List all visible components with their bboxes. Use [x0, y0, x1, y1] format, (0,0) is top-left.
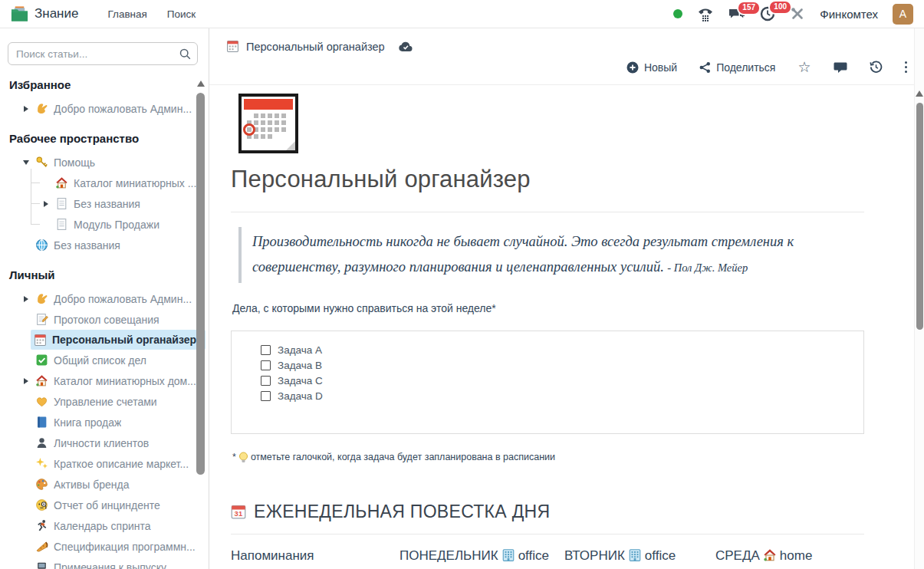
divider [231, 534, 864, 534]
breadcrumb: Персональный органайзер [209, 28, 924, 53]
wave-icon [35, 292, 48, 305]
heart-icon [35, 395, 48, 408]
office-building-icon [501, 548, 515, 562]
nav-home[interactable]: Главная [107, 8, 146, 20]
caret-right-icon[interactable] [24, 378, 28, 384]
comments-button[interactable] [834, 61, 847, 74]
sidebar-item-marketing-brief[interactable]: Краткое описание маркет... [8, 453, 209, 474]
sidebar-item-incident-report[interactable]: Отчет об инцинденте [8, 495, 209, 515]
sidebar-item-sales-book[interactable]: Книга продаж [8, 412, 209, 433]
caret-right-icon[interactable] [24, 106, 28, 112]
app-logo-icon[interactable] [11, 5, 28, 22]
sidebar-item-welcome-fav[interactable]: Добро пожаловать Админ... [8, 98, 209, 119]
person-icon [35, 436, 48, 449]
sidebar-item-brand-assets[interactable]: Активы бренда [8, 474, 209, 495]
agenda-columns: Напоминания Напоминание 1 Напоминание 2 … [231, 546, 864, 569]
breadcrumb-title: Персональный органайзер [246, 41, 385, 53]
plus-circle-icon [626, 61, 639, 74]
nav-search[interactable]: Поиск [167, 8, 196, 20]
task-row: Задача C [261, 373, 848, 389]
cloud-saved-icon [398, 41, 413, 52]
task-checkbox[interactable] [261, 360, 271, 370]
sidebar-item-untitled-globe[interactable]: Без названия [8, 235, 209, 255]
sidebar-item-client-personas[interactable]: Личности клиентов [8, 433, 209, 453]
tools-icon[interactable] [790, 6, 805, 21]
page-cover-calendar-image [238, 94, 298, 153]
sidebar-item-personal-organizer[interactable]: Персональный органайзер [31, 330, 206, 350]
sidebar-item-help[interactable]: Помощь [8, 152, 209, 173]
more-options-button[interactable] [905, 61, 908, 74]
page-toolbar: Новый Поделиться ☆ [209, 53, 924, 85]
scroll-up-arrow[interactable] [916, 90, 923, 97]
messages-icon[interactable]: 157 [728, 7, 745, 21]
palette-icon [35, 478, 48, 491]
star-icon: ☆ [797, 60, 811, 74]
search-box [8, 42, 198, 65]
task-checkbox[interactable] [261, 345, 271, 355]
sidebar-item-welcome-personal[interactable]: Добро пожаловать Админ... [8, 288, 209, 309]
new-button[interactable]: Новый [626, 61, 677, 74]
task-row: Задача B [261, 358, 848, 373]
pie-icon [35, 540, 48, 553]
top-navigation: Главная Поиск [107, 8, 196, 20]
sidebar-item-software-spec[interactable]: Спецификация программн... [8, 536, 209, 557]
scroll-up-arrow[interactable] [197, 81, 205, 87]
agenda-col-wednesday: СРЕДАhome ТОП-3 приоритета Приоритет A [715, 546, 863, 569]
sidebar-item-meeting-minutes[interactable]: Протокол совещания [8, 309, 209, 330]
calendar-icon [226, 40, 239, 53]
search-input[interactable] [8, 42, 198, 65]
caret-down-icon[interactable] [23, 160, 29, 165]
scrollbar-thumb[interactable] [916, 103, 923, 330]
book-icon [35, 416, 48, 429]
org-name[interactable]: Финкомтех [820, 8, 878, 21]
main-scrollbar[interactable] [914, 28, 924, 569]
lightbulb-icon [238, 452, 248, 463]
main-content: Персональный органайзер Новый Поделиться… [209, 28, 924, 569]
sidebar-item-release-notes[interactable]: Примечания к выпуску [8, 557, 209, 569]
quote-block: Производительность никогда не бывает слу… [238, 227, 864, 283]
avatar[interactable]: A [893, 4, 913, 25]
sidebar-item-catalog-homes[interactable]: Каталог миниатюрных дом... [8, 370, 209, 391]
sidebar-item-todo-list[interactable]: Общий список дел [8, 350, 209, 370]
sidebar-item-sprint-calendar[interactable]: Календарь спринта [8, 515, 209, 536]
wave-icon [35, 102, 48, 115]
favorite-star-button[interactable]: ☆ [797, 60, 811, 74]
globe-icon [35, 238, 48, 252]
scrollbar-thumb[interactable] [196, 93, 205, 475]
day-heading: СРЕДАhome [715, 546, 863, 566]
search-icon[interactable] [179, 48, 191, 60]
task-checkbox[interactable] [261, 376, 271, 386]
memo-icon [35, 313, 48, 326]
calendar-31-icon: 31 [231, 504, 246, 519]
document-icon [55, 218, 68, 231]
share-icon [699, 61, 711, 74]
sparkles-icon [35, 457, 48, 470]
notifications-icon[interactable]: 100 [760, 6, 775, 21]
reminders-title: Напоминания [231, 546, 388, 566]
sidebar-scrollbar[interactable] [196, 81, 205, 475]
divider [231, 212, 864, 212]
house-icon [763, 548, 777, 562]
sidebar-item-catalog[interactable]: Каталог миниатюрных ... [31, 173, 209, 193]
share-button[interactable]: Поделиться [699, 61, 775, 74]
agenda-col-tuesday: ВТОРНИКoffice ТОП-3 приоритета Приоритет… [564, 546, 704, 569]
history-button[interactable] [870, 61, 883, 74]
app-name: Знание [35, 6, 78, 21]
sidebar-item-sales-module[interactable]: Модуль Продажи [31, 214, 209, 235]
agenda-section-heading: 31 ЕЖЕНЕДЕЛЬНАЯ ПОВЕСТКА ДНЯ [231, 502, 864, 522]
sidebar-item-account-management[interactable]: Управление счетами [8, 391, 209, 412]
caret-right-icon[interactable] [44, 201, 48, 207]
topbar: Знание Главная Поиск 157 100 Финкомтех A [0, 0, 924, 28]
phone-icon[interactable] [697, 7, 714, 21]
quote-attribution: - Пол Дж. Мейер [667, 261, 748, 274]
office-building-icon [628, 548, 642, 562]
agenda-col-reminders: Напоминания Напоминание 1 Напоминание 2 … [231, 546, 388, 569]
day-heading: ПОНЕДЕЛЬНИКoffice [400, 546, 553, 566]
page-title: Персональный органайзер [231, 166, 864, 193]
caret-right-icon[interactable] [24, 296, 28, 302]
laptop-icon [35, 561, 48, 569]
task-checkbox[interactable] [261, 391, 271, 401]
sidebar-item-untitled-doc[interactable]: Без названия [31, 193, 209, 214]
monocle-icon [35, 498, 48, 511]
calendar-icon [34, 334, 47, 347]
